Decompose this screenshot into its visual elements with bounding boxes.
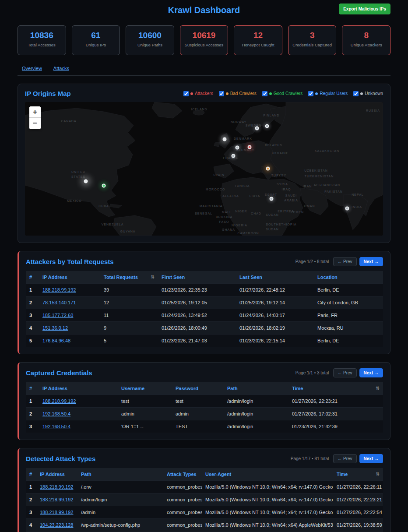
ip-address-link[interactable]: 188.218.99.192: [40, 510, 73, 515]
cell-col: 3: [26, 420, 39, 433]
cell-ip-address: 188.218.99.192: [36, 493, 77, 506]
world-map[interactable]: + − ICELANDCANADARUSSIANORWAYSWEDENFINLA…: [25, 102, 383, 236]
legend-label: Unknown: [365, 91, 383, 96]
map-marker[interactable]: [102, 184, 106, 188]
column-header-time[interactable]: Time⇅: [333, 468, 383, 481]
map-marker[interactable]: [236, 146, 239, 150]
zoom-in-button[interactable]: +: [29, 106, 41, 118]
cell-ip-address: 192.168.50.4: [39, 420, 118, 433]
credentials-next-page-button[interactable]: Next →: [359, 368, 383, 377]
cell-ip-address: 188.218.99.192: [39, 395, 118, 408]
column-header-location[interactable]: Location: [314, 271, 383, 284]
column-header-total-requests[interactable]: Total Requests⇅: [100, 271, 158, 284]
cell-total-requests: 12: [100, 296, 158, 309]
cell-path: /admin/login: [224, 408, 288, 420]
column-header-path[interactable]: Path: [224, 382, 288, 395]
ip-address-link[interactable]: 78.153.140.171: [42, 300, 76, 305]
cell-time: 01/27/2026, 19:38:59: [333, 519, 383, 532]
ip-origins-map-card: IP Origins Map AttackersBad CrawlersGood…: [18, 84, 390, 243]
map-marker[interactable]: [84, 180, 88, 183]
column-header-col[interactable]: #: [26, 271, 39, 284]
attackers-page-info: Page 1/2 • 8 total: [295, 259, 329, 264]
ip-address-link[interactable]: 188.218.99.192: [42, 287, 76, 292]
cell-password: test: [172, 395, 224, 408]
ip-address-link[interactable]: 192.168.50.4: [42, 424, 70, 429]
ip-address-link[interactable]: 192.168.50.4: [42, 411, 70, 416]
column-header-ip-address[interactable]: IP Address: [39, 271, 100, 284]
legend-item-regular-users[interactable]: Regular Users: [308, 91, 348, 96]
cell-ip-address: 151.36.0.12: [39, 322, 100, 335]
stat-value: 10619: [180, 31, 228, 40]
attacks-card-header: Detected Attack Types Page 1/17 • 81 tot…: [26, 454, 383, 463]
attackers-card-header: Attackers by Total Requests Page 1/2 • 8…: [26, 257, 383, 266]
sort-icon[interactable]: ⇅: [151, 275, 155, 279]
column-header-ip-address[interactable]: IP Address: [36, 468, 77, 481]
sort-icon[interactable]: ⇅: [376, 472, 380, 476]
legend-checkbox-attackers[interactable]: [183, 91, 189, 96]
captured-credentials-card: Captured Credentials Page 1/1 • 3 total …: [18, 362, 390, 440]
ip-address-link[interactable]: 176.84.96.48: [42, 338, 70, 343]
cell-path: /wp-admin/setup-config.php: [77, 519, 163, 532]
legend-item-good-crawlers[interactable]: Good Crawlers: [262, 91, 303, 96]
legend-checkbox-good-crawlers[interactable]: [262, 91, 267, 96]
cell-location: Berlin, DE: [314, 335, 383, 347]
ip-address-link[interactable]: 188.218.99.192: [40, 497, 73, 502]
column-header-password[interactable]: Password: [172, 382, 224, 395]
column-header-col[interactable]: #: [26, 468, 36, 481]
zoom-out-button[interactable]: −: [29, 118, 41, 129]
stat-value: 10600: [126, 31, 174, 40]
credentials-prev-page-button[interactable]: ← Prev: [333, 368, 356, 377]
column-header-last-seen[interactable]: Last Seen: [236, 271, 314, 284]
column-header-path[interactable]: Path: [77, 468, 163, 481]
map-marker[interactable]: [270, 197, 274, 201]
tab-bar: OverviewAttacks: [18, 66, 390, 76]
attackers-next-page-button[interactable]: Next →: [359, 257, 383, 266]
legend-checkbox-bad-crawlers[interactable]: [219, 91, 224, 96]
attackers-pagination: Page 1/2 • 8 total ← Prev Next →: [295, 257, 383, 266]
legend-checkbox-unknown[interactable]: [353, 91, 359, 96]
ip-address-link[interactable]: 188.218.99.192: [42, 398, 76, 404]
table-row: 1188.218.99.192testtest/admin/login01/27…: [26, 395, 383, 408]
column-header-attack-types[interactable]: Attack Types: [163, 468, 202, 481]
ip-address-link[interactable]: 185.177.72.60: [42, 313, 73, 318]
map-legend: AttackersBad CrawlersGood CrawlersRegula…: [183, 91, 383, 96]
column-header-first-seen[interactable]: First Seen: [158, 271, 236, 284]
cell-attack-types: common_probes: [163, 506, 202, 519]
attacks-prev-page-button[interactable]: ← Prev: [333, 454, 356, 463]
column-header-user-agent[interactable]: User-Agent: [202, 468, 333, 481]
legend-item-bad-crawlers[interactable]: Bad Crawlers: [219, 91, 257, 96]
attackers-prev-page-button[interactable]: ← Prev: [333, 257, 356, 266]
detected-attack-types-card: Detected Attack Types Page 1/17 • 81 tot…: [18, 448, 390, 532]
cell-location: Paris, FR: [314, 309, 383, 322]
tab-attacks[interactable]: Attacks: [53, 66, 69, 71]
map-marker[interactable]: [255, 127, 259, 130]
column-header-col[interactable]: #: [26, 382, 39, 395]
cell-first-seen: 01/26/2026, 18:00:49: [158, 322, 236, 335]
ip-address-link[interactable]: 104.23.223.128: [40, 522, 73, 528]
map-marker[interactable]: [265, 124, 269, 128]
ip-address-link[interactable]: 151.36.0.12: [42, 325, 68, 331]
column-header-ip-address[interactable]: IP Address: [39, 382, 118, 395]
cell-ip-address: 188.218.99.192: [36, 506, 77, 519]
column-header-time[interactable]: Time⇅: [288, 382, 383, 395]
cell-total-requests: 9: [100, 322, 158, 335]
map-marker[interactable]: [232, 154, 236, 158]
export-malicious-ips-button[interactable]: Export Malicious IPs: [339, 4, 390, 14]
map-marker[interactable]: [248, 145, 252, 149]
cell-attack-types: common_probes: [163, 493, 202, 506]
attacks-next-page-button[interactable]: Next →: [359, 454, 383, 463]
stat-label: Total Accesses: [18, 42, 66, 47]
legend-item-unknown[interactable]: Unknown: [353, 91, 383, 96]
tab-overview[interactable]: Overview: [22, 66, 42, 71]
cell-path: /admin: [77, 506, 163, 519]
map-marker[interactable]: [223, 137, 227, 141]
cell-ip-address: 176.84.96.48: [39, 335, 100, 347]
stat-value: 61: [72, 31, 120, 40]
ip-address-link[interactable]: 188.218.99.192: [40, 484, 73, 490]
map-marker[interactable]: [266, 167, 270, 171]
legend-checkbox-regular-users[interactable]: [308, 91, 313, 96]
sort-icon[interactable]: ⇅: [376, 386, 380, 391]
column-header-username[interactable]: Username: [118, 382, 172, 395]
map-marker[interactable]: [345, 207, 349, 211]
legend-item-attackers[interactable]: Attackers: [183, 91, 213, 96]
